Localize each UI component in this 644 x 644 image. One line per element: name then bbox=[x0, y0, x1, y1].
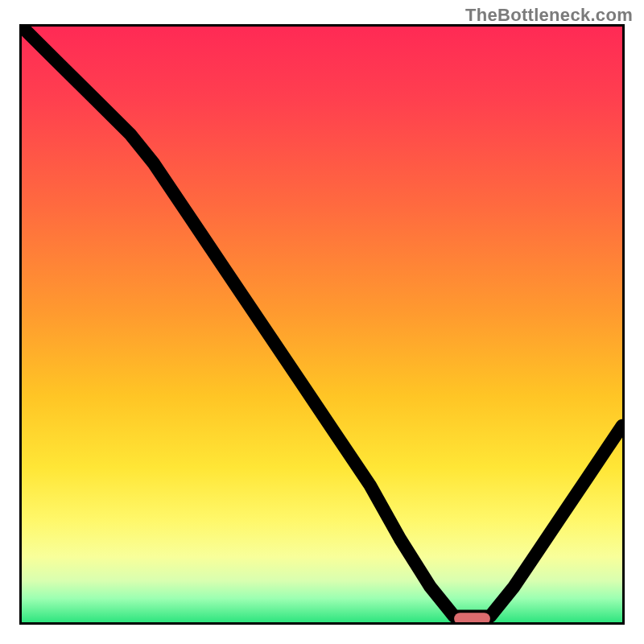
watermark-text: TheBottleneck.com bbox=[465, 5, 633, 26]
marker-layer bbox=[454, 613, 490, 622]
plot-frame bbox=[19, 24, 625, 625]
chart-svg bbox=[22, 27, 622, 622]
optimal-segment-marker bbox=[454, 613, 490, 622]
chart-root: TheBottleneck.com bbox=[0, 0, 644, 644]
